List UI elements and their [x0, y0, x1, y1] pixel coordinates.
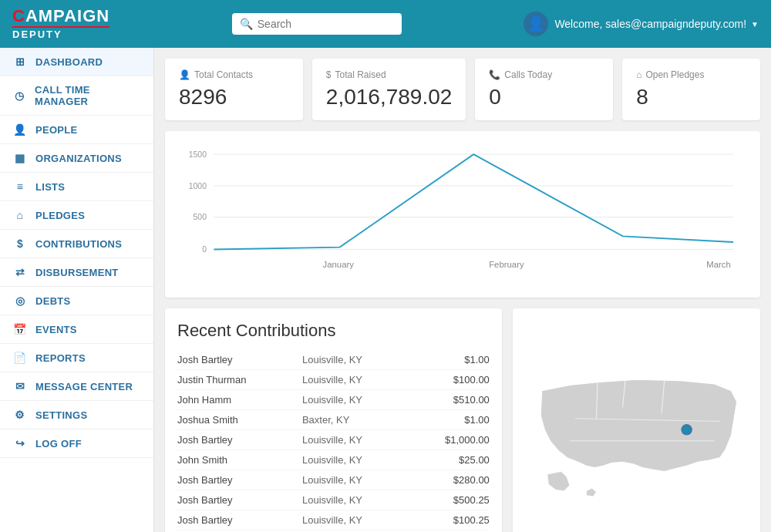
sidebar-label-debts: DEBTS — [35, 295, 71, 307]
nav-icon-organizations: ▦ — [12, 152, 28, 164]
sidebar: ⊞DASHBOARD◷CALL TIME MANAGER👤PEOPLE▦ORGA… — [0, 48, 154, 532]
table-row: Josh Bartley Louisville, KY $1,000.00 — [177, 430, 490, 450]
sidebar-label-settings: SETTINGS — [35, 409, 87, 421]
table-row: Josh Bartley Louisville, KY $500.25 — [177, 490, 490, 510]
sidebar-label-dashboard: DASHBOARD — [35, 56, 103, 68]
contributor-amount: $100.00 — [427, 374, 490, 386]
nav-icon-log-off: ↪ — [12, 437, 28, 450]
contributor-name: John Smith — [177, 454, 302, 466]
sidebar-label-disbursement: DISBURSEMENT — [35, 267, 119, 278]
sidebar-item-events[interactable]: 📅EVENTS — [0, 315, 153, 344]
stat-value-open-pledges: 8 — [636, 85, 746, 109]
contributor-amount: $510.00 — [427, 394, 490, 406]
table-row: John Smith Louisville, KY $25.00 — [177, 450, 490, 470]
sidebar-label-message-center: MESSAGE CENTER — [35, 381, 133, 392]
sidebar-item-message-center[interactable]: ✉MESSAGE CENTER — [0, 372, 153, 401]
nav-icon-people: 👤 — [12, 123, 28, 136]
table-row: Josh Bartley Louisville, KY $280.00 — [177, 470, 490, 490]
sidebar-label-lists: LISTS — [35, 181, 65, 193]
sidebar-item-log-off[interactable]: ↪LOG OFF — [0, 429, 153, 458]
stat-cards: 👤 Total Contacts 8296 $ Total Raised 2,0… — [165, 59, 760, 120]
contributor-location: Louisville, KY — [302, 454, 427, 466]
svg-text:February: February — [489, 260, 524, 269]
stat-icon-open-pledges: ⌂ — [636, 69, 641, 80]
nav-icon-contributions: $ — [12, 237, 28, 250]
sidebar-item-pledges[interactable]: ⌂PLEDGES — [0, 201, 153, 230]
contributor-amount: $1.00 — [427, 354, 490, 365]
search-box[interactable]: 🔍 — [232, 13, 402, 35]
contributor-amount: $25.00 — [427, 454, 490, 466]
table-row: Justin Thurman Louisville, KY $100.00 — [177, 370, 490, 390]
nav-icon-message-center: ✉ — [12, 380, 28, 392]
recent-contributions-panel: Recent Contributions Josh Bartley Louisv… — [165, 308, 502, 532]
nav-icon-events: 📅 — [12, 323, 28, 335]
contributor-location: Louisville, KY — [302, 434, 427, 446]
sidebar-label-contributions: CONTRIBUTIONS — [35, 238, 122, 250]
sidebar-label-call-time-manager: CALL TIME MANAGER — [35, 84, 141, 107]
stat-icon-total-raised: $ — [326, 69, 332, 80]
sidebar-item-settings[interactable]: ⚙SETTINGS — [0, 401, 153, 429]
contributor-location: Louisville, KY — [302, 394, 427, 406]
nav-icon-debts: ◎ — [12, 295, 28, 307]
sidebar-item-call-time-manager[interactable]: ◷CALL TIME MANAGER — [0, 76, 153, 116]
table-row: John Hamm Louisville, KY $510.00 — [177, 390, 490, 410]
nav-icon-disbursement: ⇄ — [12, 266, 28, 278]
nav-icon-lists: ≡ — [12, 180, 28, 193]
stat-value-total-raised: 2,016,789.02 — [326, 85, 453, 109]
stat-icon-calls-today: 📞 — [489, 69, 500, 80]
search-icon: 🔍 — [240, 18, 253, 30]
contributions-chart: 1500 1000 500 0 January February March — [177, 143, 748, 282]
sidebar-label-pledges: PLEDGES — [35, 210, 85, 221]
sidebar-label-events: EVENTS — [35, 324, 77, 335]
sidebar-item-dashboard[interactable]: ⊞DASHBOARD — [0, 48, 153, 76]
contributor-amount: $1,000.00 — [427, 434, 490, 446]
sidebar-item-disbursement[interactable]: ⇄DISBURSEMENT — [0, 258, 153, 287]
sidebar-item-people[interactable]: 👤PEOPLE — [0, 116, 153, 144]
contributor-amount: $100.25 — [427, 514, 490, 526]
sidebar-item-contributions[interactable]: $CONTRIBUTIONS — [0, 230, 153, 258]
stat-label-total-raised: $ Total Raised — [326, 69, 453, 80]
contributor-amount: $1.00 — [427, 414, 490, 426]
nav-icon-reports: 📄 — [12, 352, 28, 364]
user-menu[interactable]: 👤 Welcome, sales@campaigndeputy.com! ▼ — [524, 12, 759, 36]
contributor-name: John Hamm — [177, 394, 302, 406]
contributor-name: Joshua Smith — [177, 414, 302, 426]
stat-label-calls-today: 📞 Calls Today — [489, 69, 599, 80]
contributor-amount: $500.25 — [427, 494, 490, 506]
svg-text:1500: 1500 — [189, 150, 207, 159]
table-row: Josh Bartley Louisville, KY $100.25 — [177, 510, 490, 530]
stat-value-calls-today: 0 — [489, 85, 599, 109]
contributor-location: Baxter, KY — [302, 414, 427, 426]
us-map — [525, 321, 748, 532]
contributor-name: Josh Bartley — [177, 494, 302, 506]
svg-text:1000: 1000 — [189, 182, 207, 190]
main-layout: ⊞DASHBOARD◷CALL TIME MANAGER👤PEOPLE▦ORGA… — [0, 48, 771, 532]
table-row: Josh Bartley Louisville, KY $1.00 — [177, 350, 490, 370]
sidebar-item-debts[interactable]: ◎DEBTS — [0, 287, 153, 315]
sidebar-item-organizations[interactable]: ▦ORGANIZATIONS — [0, 144, 153, 173]
contributor-name: Josh Bartley — [177, 514, 302, 526]
contributor-location: Louisville, KY — [302, 354, 427, 365]
user-welcome-label: Welcome, sales@campaigndeputy.com! — [554, 18, 746, 30]
svg-text:500: 500 — [194, 213, 207, 221]
logo-deputy-text: DEPUTY — [12, 26, 109, 40]
header: CAMPAIGN DEPUTY 🔍 👤 Welcome, sales@campa… — [0, 0, 771, 48]
nav-icon-call-time-manager: ◷ — [12, 89, 27, 102]
logo-c: C — [12, 6, 25, 25]
svg-point-18 — [684, 427, 689, 433]
stat-icon-total-contacts: 👤 — [179, 69, 190, 80]
search-input[interactable] — [258, 18, 394, 30]
logo: CAMPAIGN DEPUTY — [12, 8, 109, 40]
nav-icon-settings: ⚙ — [12, 409, 28, 421]
sidebar-item-lists[interactable]: ≡LISTS — [0, 173, 153, 201]
contributor-amount: $280.00 — [427, 474, 490, 486]
sidebar-item-reports[interactable]: 📄REPORTS — [0, 344, 153, 372]
sidebar-label-reports: REPORTS — [35, 352, 86, 364]
user-avatar-icon: 👤 — [524, 12, 548, 36]
contributions-list: Josh Bartley Louisville, KY $1.00 Justin… — [177, 350, 490, 532]
main-content: 👤 Total Contacts 8296 $ Total Raised 2,0… — [154, 48, 771, 532]
stat-card-calls-today: 📞 Calls Today 0 — [475, 59, 613, 120]
nav-icon-pledges: ⌂ — [12, 209, 28, 221]
table-row: Joshua Smith Baxter, KY $1.00 — [177, 410, 490, 430]
sidebar-label-people: PEOPLE — [35, 124, 78, 136]
